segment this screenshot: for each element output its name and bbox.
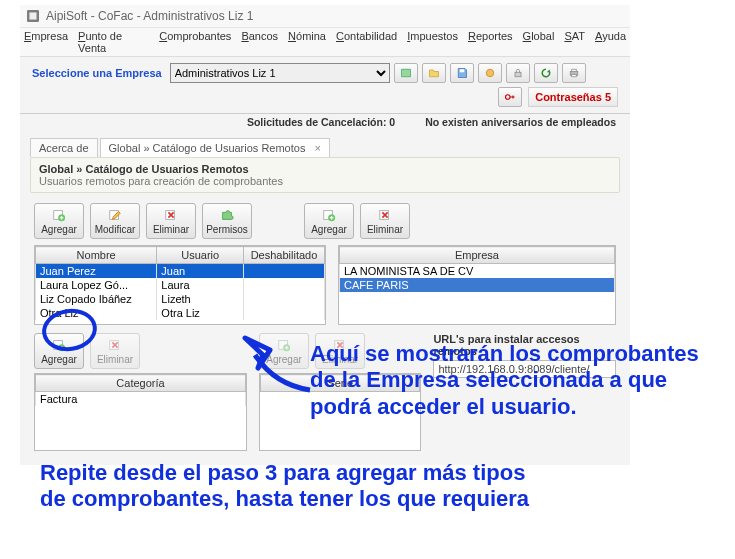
svg-rect-6 [571, 69, 576, 71]
svg-rect-7 [571, 75, 576, 77]
company-label: Seleccione una Empresa [32, 67, 162, 79]
key-icon[interactable] [498, 87, 522, 107]
info-bar: Solicitudes de Cancelación: 0 No existen… [20, 114, 630, 134]
col-deshabilitado[interactable]: Deshabilitado [244, 247, 325, 264]
menu-ayuda[interactable]: Ayuda [595, 30, 626, 54]
x-icon [108, 338, 122, 352]
close-icon[interactable]: × [314, 142, 320, 154]
delete-category-button: Eliminar [90, 333, 140, 369]
svg-point-3 [486, 69, 494, 77]
toolbar-icon-4[interactable] [478, 63, 502, 83]
col-empresa[interactable]: Empresa [339, 247, 614, 264]
print-icon[interactable] [562, 63, 586, 83]
svg-rect-1 [30, 13, 37, 20]
menu-bancos[interactable]: Bancos [241, 30, 278, 54]
content-header: Global » Catálogo de Usuarios Remotos Us… [30, 157, 620, 193]
menu-reportes[interactable]: Reportes [468, 30, 513, 54]
page-title: Global » Catálogo de Usuarios Remotos [39, 163, 611, 175]
puzzle-icon [220, 208, 234, 222]
page-subtitle: Usuarios remotos para creación de compro… [39, 175, 611, 187]
annotation-text-2: Repite desde el paso 3 para agregar más … [40, 460, 540, 513]
table-row[interactable]: CAFE PARIS [339, 278, 614, 292]
menu-sat[interactable]: SAT [564, 30, 585, 54]
menu-empresa[interactable]: Empresa [24, 30, 68, 54]
info-aniversarios: No existen aniversarios de empleados [425, 116, 616, 128]
table-row[interactable]: LA NOMINISTA SA DE CV [339, 264, 614, 279]
tab-acerca[interactable]: Acerca de [30, 138, 98, 157]
table-row[interactable]: Liz Copado IbáñezLizeth [36, 292, 325, 306]
table-row[interactable]: Factura [36, 392, 246, 407]
menu-impuestos[interactable]: Impuestos [407, 30, 458, 54]
table-row[interactable]: Juan PerezJuan [36, 264, 325, 279]
toolbar-icon-1[interactable] [394, 63, 418, 83]
add-company-button[interactable]: Agregar [304, 203, 354, 239]
menu-comprobantes[interactable]: Comprobantes [159, 30, 231, 54]
delete-company-button[interactable]: Eliminar [360, 203, 410, 239]
tabs: Acerca de Global » Catálogo de Usuarios … [20, 134, 630, 157]
add-user-button[interactable]: Agregar [34, 203, 84, 239]
folder-icon[interactable] [422, 63, 446, 83]
edit-icon [108, 208, 122, 222]
menu-nomina[interactable]: Nómina [288, 30, 326, 54]
col-nombre[interactable]: Nombre [36, 247, 157, 264]
permissions-button[interactable]: Permisos [202, 203, 252, 239]
annotation-text-1: Aquí se mostrarán los comprobantes de la… [310, 341, 730, 420]
col-usuario[interactable]: Usuario [157, 247, 244, 264]
title-bar: AipiSoft - CoFac - Administrativos Liz 1 [20, 5, 630, 28]
menu-bar: Empresa Punto de Venta Comprobantes Banc… [20, 28, 630, 57]
annotation-arrow [225, 330, 315, 400]
svg-rect-2 [459, 69, 464, 72]
app-icon [26, 9, 40, 23]
user-button-row: Agregar Modificar Eliminar Permisos Agre… [20, 193, 630, 245]
contrasenas-badge[interactable]: Contraseñas 5 [528, 87, 618, 107]
menu-contabilidad[interactable]: Contabilidad [336, 30, 397, 54]
plus-icon [52, 208, 66, 222]
companies-table[interactable]: Empresa LA NOMINISTA SA DE CV CAFE PARIS [339, 246, 615, 292]
window-title: AipiSoft - CoFac - Administrativos Liz 1 [46, 9, 253, 23]
delete-user-button[interactable]: Eliminar [146, 203, 196, 239]
table-row[interactable]: Laura Lopez Gó...Laura [36, 278, 325, 292]
refresh-icon[interactable] [534, 63, 558, 83]
modify-user-button[interactable]: Modificar [90, 203, 140, 239]
company-select[interactable]: Administrativos Liz 1 [170, 63, 390, 83]
svg-rect-4 [515, 72, 521, 77]
info-cancel: Solicitudes de Cancelación: 0 [247, 116, 395, 128]
toolbar: Seleccione una Empresa Administrativos L… [20, 57, 630, 114]
tab-catalogo[interactable]: Global » Catálogo de Usuarios Remotos × [100, 138, 330, 157]
menu-punto-venta[interactable]: Punto de Venta [78, 30, 149, 54]
menu-global[interactable]: Global [523, 30, 555, 54]
x-icon [378, 208, 392, 222]
plus-icon [322, 208, 336, 222]
lock-icon[interactable] [506, 63, 530, 83]
col-categoria[interactable]: Categoría [36, 375, 246, 392]
save-icon[interactable] [450, 63, 474, 83]
categories-table[interactable]: Categoría Factura [35, 374, 246, 406]
svg-point-8 [506, 95, 511, 100]
x-icon [164, 208, 178, 222]
